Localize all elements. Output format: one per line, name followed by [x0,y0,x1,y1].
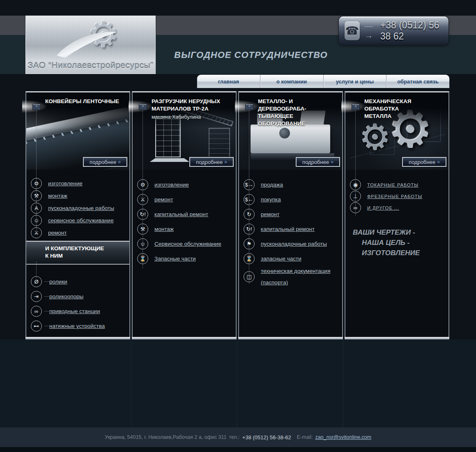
dotted-connector [44,281,49,282]
tensioner-icon: ⊷ [31,321,42,332]
list-item: ⚙изготовление [31,178,127,189]
panel-title-line: МЕХАНИЧЕСКАЯ ОБРАБОТКА [364,98,411,112]
footer-email-link[interactable]: zao_nsr@svitonline.com [315,434,371,440]
collapse-chevron[interactable]: ^ [33,104,40,110]
more-label: подробнее [302,159,329,165]
dotted-guide-line [36,104,37,234]
list-item: ∞приводные станции [31,306,127,317]
overhaul-link[interactable]: капитальный ремонт [154,211,208,217]
tensioners-link[interactable]: натяжные устройства [49,323,105,329]
panel-unloader: ^ РАЗГРУЗЧИК НЕРУДНЫХ МАТЕРИАЛОВ ТР-2А м… [132,91,237,337]
nav-tab-about[interactable]: о компании [260,75,323,88]
tagline: ВЫГОДНОЕ СОТРУДНИЧЕСТВО [174,50,328,60]
service-links: ⚙изготовление⚒монтажAпусконаладочные раб… [26,170,129,238]
spare-parts-link[interactable]: Запасные части [154,256,196,262]
company-logo[interactable]: ⚙ ЗАО “Николаевстройресурсы” [25,16,156,74]
hero-crane-drawing: РАЗГРУЗЧИК НЕРУДНЫХ МАТЕРИАЛОВ ТР-2А маш… [133,92,236,170]
service-link[interactable]: Сервисное обслуживание [154,241,221,247]
panel-title-line: МЕТАЛЛО- И ДЕРЕВООБРАБА- [258,98,306,112]
more-button[interactable]: подробнее » [296,157,340,167]
repair-link[interactable]: ремонт [261,211,279,217]
panel-title-line: МЕТАЛЛА [364,113,391,119]
panel-title-line: МАТЕРИАЛОВ ТР-2А [152,106,209,112]
panel-conveyors: ^ КОНВЕЙЕРЫ ЛЕНТОЧНЫЕ подробнее » ⚙изгот… [25,91,130,337]
panel-title: МЕТАЛЛО- И ДЕРЕВООБРАБА- ТЫВАЮЩЕЕ ОБОРУД… [258,98,340,127]
company-name: ЗАО “Николаевстройресурсы” [26,60,155,70]
more-button[interactable]: подробнее » [189,157,234,167]
footer-phone: +38 (0512) 56-38-62 [242,434,291,440]
overhaul-link[interactable]: капитальный ремонт [261,226,315,232]
sale-link[interactable]: продажа [261,182,283,188]
commissioning-link[interactable]: пусконаладочные работы [261,241,327,247]
panel-subtitle: машина Хабибулина [152,113,234,121]
collapse-chevron[interactable]: ^ [139,104,147,110]
more-button[interactable]: подробнее » [402,157,446,167]
rollers-link[interactable]: ролики [49,279,67,285]
list-item: ⚔ремонт [31,227,127,238]
repair-link[interactable]: ремонт [48,230,67,236]
subsection-header: И КОМПЛЕКТУЮЩИЕ К НИМ [26,241,129,265]
tech-docs-link-line2[interactable]: (паспорта) [261,279,330,286]
commissioning-link[interactable]: пусконаладочные работы [48,205,114,211]
turning-link[interactable]: ТОКАРНЫЕ РАБОТЫ [367,182,419,187]
panel-title-line: РАЗГРУЗЧИК НЕРУДНЫХ [152,98,220,104]
subsection-title-line: К НИМ [45,253,63,259]
component-links: Øролики⇥роликоопоры∞приводные станции⊷на… [26,265,129,332]
panel-machine-tools: ^ МЕТАЛЛО- И ДЕРЕВООБРАБА- ТЫВАЮЩЕЕ ОБОР… [238,91,343,337]
list-item: ⚒монтаж [137,224,233,235]
more-button[interactable]: подробнее » [83,157,127,167]
list-item: Aпусконаладочные работы [31,203,127,214]
blade-swoosh-icon [55,29,120,59]
subsection-title-line: И КОМПЛЕКТУЮЩИЕ [45,245,104,251]
footer-bottom-strip [0,447,476,452]
panel-title: РАЗГРУЗЧИК НЕРУДНЫХ МАТЕРИАЛОВ ТР-2А маш… [152,98,234,121]
footer-email-label: E-mail: [297,434,313,440]
drive-station-icon: ∞ [31,306,42,317]
footer: Украина, 54015, г. Николаев,Рабочая 2 а,… [0,427,476,447]
nav-tab-services[interactable]: услуги и цены [323,75,386,88]
list-item: $→продажа [244,179,340,190]
double-arrow-icon: » [118,159,121,165]
column-separator [343,339,343,427]
dotted-guide-line [143,104,143,268]
hero-lathe-photo: МЕТАЛЛО- И ДЕРЕВООБРАБА- ТЫВАЮЩЕЕ ОБОРУД… [239,92,342,170]
phone-box: ☎ —→ +38 (0512) 56 38 62 [339,16,448,45]
list-item: ⊥ФРЕЗЕРНЫЕ РАБОТЫ [350,191,446,202]
lower-background [0,339,476,427]
list-item: ↻ремонт [244,209,340,220]
drive-stations-link[interactable]: приводные станции [49,308,100,314]
service-link[interactable]: сервисное обслуживание [48,217,114,224]
list-item: ⌛Запасные части [137,253,233,264]
nav-tab-home[interactable]: главная [197,75,260,88]
other-link[interactable]: И ДРУГОЕ ... [367,205,399,210]
collapse-chevron[interactable]: ^ [246,104,253,110]
installation-link[interactable]: монтаж [154,226,174,232]
roller-supports-link[interactable]: роликоопоры [49,293,83,300]
phone-handset-glyph: ☎ [345,24,359,37]
tech-docs-link[interactable]: техническая документация [261,268,330,274]
dotted-connector [44,296,49,297]
spare-parts-link[interactable]: запасные части [261,256,301,262]
manufacturing-link[interactable]: изготовление [48,180,83,187]
installation-link[interactable]: монтаж [48,193,67,199]
repair-link[interactable]: ремонт [154,196,173,203]
milling-link[interactable]: ФРЕЗЕРНЫЕ РАБОТЫ [367,194,422,199]
hero-gears-photo: ⚙ ⚙ МЕХАНИЧЕСКАЯ ОБРАБОТКА МЕТАЛЛА подро… [345,92,448,170]
column-separator [237,339,237,427]
manufacturing-link[interactable]: изготовление [154,182,189,188]
main-nav: главная о компании услуги и цены обратна… [197,75,449,88]
purchase-link[interactable]: покупка [261,196,281,203]
footer-tel-label: тел.: [229,434,239,440]
column-separator [131,339,131,427]
collapse-chevron[interactable]: ^ [352,104,359,110]
list-item: ☺сервисное обслуживание [31,215,127,226]
nav-tab-feedback[interactable]: обратная связь [386,75,449,88]
list-item: ⇥роликоопоры [31,291,127,302]
list-item: ∞И ДРУГОЕ ... [350,202,446,213]
more-label: подробнее [90,159,116,165]
hero-art [155,116,181,157]
roller-support-icon: ⇥ [31,291,42,302]
list-item: $←покупка [244,194,340,205]
panel-metal-machining: ^ ⚙ ⚙ МЕХАНИЧЕСКАЯ ОБРАБОТКА МЕТАЛЛА под… [345,91,449,337]
dotted-guide-line [249,104,249,284]
